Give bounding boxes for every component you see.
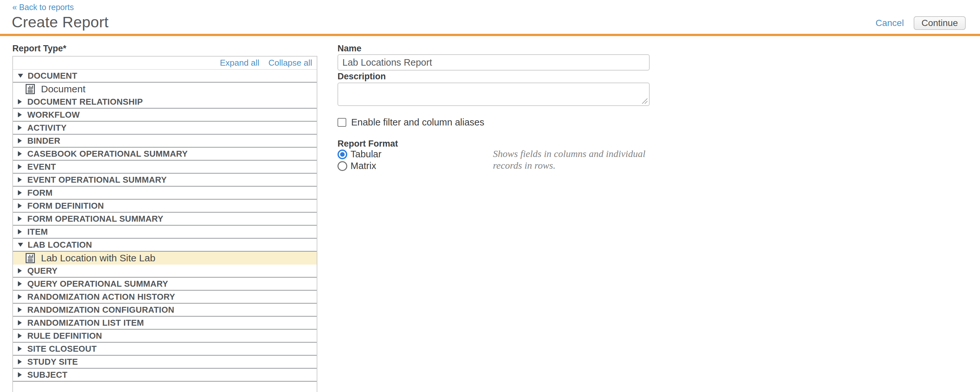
description-label: Description [337, 71, 386, 82]
caret-right-icon[interactable] [18, 320, 22, 325]
tree-category-query-operational-summary[interactable]: QUERY OPERATIONAL SUMMARY [13, 278, 317, 290]
caret-right-icon[interactable] [18, 281, 22, 286]
tree-category-item[interactable]: ITEM [13, 225, 317, 238]
tree-item-document[interactable]: Document [13, 83, 317, 95]
description-field-wrap [337, 83, 650, 106]
tree-category-label: DOCUMENT [28, 71, 77, 81]
tree-category-label: LAB LOCATION [28, 240, 92, 250]
caret-right-icon[interactable] [18, 268, 22, 273]
caret-right-icon[interactable] [18, 99, 22, 104]
report-type-label: Report Type* [12, 44, 66, 54]
page-title: Create Report [12, 13, 108, 31]
report-type-tree: Expand all Collapse all DOCUMENT Documen… [12, 56, 317, 392]
tree-category-label: FORM DEFINITION [27, 201, 104, 211]
enable-alias-label: Enable filter and column aliases [351, 117, 484, 128]
tree-category-label: RULE DEFINITION [27, 331, 102, 341]
tree-category-label: SITE CLOSEOUT [27, 344, 97, 354]
header-divider [0, 34, 980, 36]
tree-category-label: RANDOMIZATION CONFIGURATION [27, 305, 174, 315]
tree-category-rule-definition[interactable]: RULE DEFINITION [13, 330, 317, 343]
tree-item-label: Document [41, 84, 86, 95]
tree-category-label: WORKFLOW [27, 110, 80, 120]
tree-category-label: RANDOMIZATION ACTION HISTORY [27, 292, 175, 302]
tree-category-form[interactable]: FORM [13, 187, 317, 200]
tabular-radio[interactable] [337, 149, 347, 159]
cancel-button[interactable]: Cancel [876, 18, 904, 28]
tree-category-label: ACTIVITY [27, 123, 67, 133]
caret-right-icon[interactable] [18, 372, 22, 378]
tree-category-event-operational-summary[interactable]: EVENT OPERATIONAL SUMMARY [13, 174, 317, 187]
tree-category-label: STUDY SITE [27, 357, 78, 367]
tree-category-site-closeout[interactable]: SITE CLOSEOUT [13, 343, 317, 355]
tree-category-label: SUBJECT [27, 370, 67, 380]
format-option-matrix: Matrix [337, 160, 376, 171]
tabular-format-note: Shows fields in columns and individual r… [493, 148, 672, 171]
caret-right-icon[interactable] [18, 307, 22, 313]
enable-alias-checkbox[interactable] [337, 118, 346, 127]
caret-right-icon[interactable] [18, 190, 22, 195]
expand-all-link[interactable]: Expand all [220, 58, 259, 68]
tree-category-study-site[interactable]: STUDY SITE [13, 355, 317, 368]
tree-category-label: EVENT [27, 162, 56, 172]
tabular-label: Tabular [350, 149, 382, 160]
matrix-radio[interactable] [337, 161, 347, 171]
tree-category-document-relationship[interactable]: DOCUMENT RELATIONSHIP [13, 95, 317, 109]
tree-category-randomization-configuration[interactable]: RANDOMIZATION CONFIGURATION [13, 303, 317, 317]
collapse-all-link[interactable]: Collapse all [269, 58, 312, 68]
tree-item-label: Lab Location with Site Lab [41, 252, 156, 263]
tree-category-form-operational-summary[interactable]: FORM OPERATIONAL SUMMARY [13, 213, 317, 225]
caret-right-icon[interactable] [18, 151, 22, 156]
tree-item-lab-location-with-site-lab[interactable]: Lab Location with Site Lab [13, 252, 317, 265]
tree-category-label: FORM [27, 188, 52, 198]
tree-category-label: CASEBOOK OPERATIONAL SUMMARY [27, 149, 188, 159]
format-option-tabular: Tabular [337, 149, 382, 160]
tree-category-label: ITEM [27, 227, 48, 237]
report-format-label: Report Format [337, 139, 398, 149]
enable-alias-row: Enable filter and column aliases [337, 117, 484, 128]
caret-right-icon[interactable] [18, 346, 22, 351]
caret-right-icon[interactable] [18, 112, 22, 117]
tree-category-randomization-action-history[interactable]: RANDOMIZATION ACTION HISTORY [13, 290, 317, 303]
tree-category-document[interactable]: DOCUMENT [13, 70, 317, 83]
report-icon [25, 252, 36, 263]
caret-right-icon[interactable] [18, 164, 22, 169]
tree-category-randomization-list-item[interactable]: RANDOMIZATION LIST ITEM [13, 317, 317, 330]
tree-category-label: EVENT OPERATIONAL SUMMARY [27, 175, 167, 185]
tree-category-event[interactable]: EVENT [13, 160, 317, 174]
description-input[interactable] [337, 83, 650, 106]
caret-right-icon[interactable] [18, 216, 22, 221]
caret-right-icon[interactable] [18, 294, 22, 299]
tree-category-form-definition[interactable]: FORM DEFINITION [13, 200, 317, 213]
caret-right-icon[interactable] [18, 229, 22, 234]
caret-down-icon[interactable] [18, 243, 23, 247]
tree-category-query[interactable]: QUERY [13, 265, 317, 278]
caret-right-icon[interactable] [18, 333, 22, 338]
caret-right-icon[interactable] [18, 359, 22, 364]
continue-button[interactable]: Continue [914, 16, 966, 30]
caret-right-icon[interactable] [18, 177, 22, 183]
back-to-reports-link[interactable]: « Back to reports [12, 3, 74, 12]
report-icon [25, 84, 36, 95]
caret-right-icon[interactable] [18, 125, 22, 130]
tree-category-workflow[interactable]: WORKFLOW [13, 109, 317, 122]
caret-right-icon[interactable] [18, 203, 22, 208]
tree-category-casebook-operational-summary[interactable]: CASEBOOK OPERATIONAL SUMMARY [13, 148, 317, 160]
create-report-page: « Back to reports Create Report Cancel C… [0, 0, 980, 392]
name-input[interactable] [337, 54, 650, 71]
header-actions: Cancel Continue [876, 16, 966, 30]
tree-category-label: FORM OPERATIONAL SUMMARY [27, 214, 163, 224]
caret-right-icon[interactable] [18, 138, 22, 143]
caret-down-icon[interactable] [18, 74, 23, 78]
tree-category-label: DOCUMENT RELATIONSHIP [27, 97, 143, 107]
tree-category-label: BINDER [27, 136, 60, 146]
tree-category-subject[interactable]: SUBJECT [13, 368, 317, 382]
tree-category-label: QUERY OPERATIONAL SUMMARY [27, 279, 168, 289]
tree-category-activity[interactable]: ACTIVITY [13, 122, 317, 135]
matrix-label: Matrix [350, 160, 376, 171]
tree-category-label: QUERY [27, 266, 57, 276]
tree-toolbar: Expand all Collapse all [13, 57, 317, 70]
tree-category-binder[interactable]: BINDER [13, 135, 317, 148]
tree-category-label: RANDOMIZATION LIST ITEM [27, 318, 144, 328]
name-label: Name [337, 44, 361, 54]
tree-category-lab-location[interactable]: LAB LOCATION [13, 238, 317, 252]
